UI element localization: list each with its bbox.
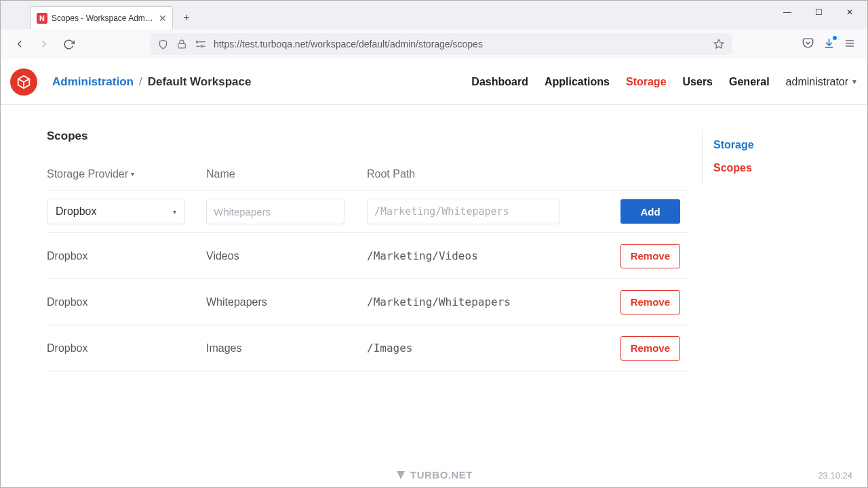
close-window-button[interactable]: ✕ bbox=[835, 2, 865, 22]
provider-select-value: Dropbox bbox=[56, 205, 96, 218]
url-box[interactable]: https://test.turboqa.net/workspace/defau… bbox=[150, 33, 732, 55]
input-row: Dropbox ▾ Add bbox=[47, 190, 688, 233]
cell-name: Images bbox=[206, 342, 367, 354]
main-column: Scopes Storage Provider ▾ Name Root Path… bbox=[47, 129, 688, 487]
col-name: Name bbox=[206, 168, 367, 180]
nav-tabs: Dashboard Applications Storage Users Gen… bbox=[471, 76, 858, 88]
cell-path: /Marketing/Whitepapers bbox=[367, 296, 600, 308]
remove-button[interactable]: Remove bbox=[620, 336, 680, 361]
chevron-down-icon: ▾ bbox=[173, 208, 176, 216]
cell-path: /Images bbox=[367, 342, 600, 354]
brand-mark-icon bbox=[395, 470, 406, 481]
close-icon[interactable]: ✕ bbox=[159, 13, 167, 24]
svg-point-1 bbox=[196, 41, 198, 43]
add-button[interactable]: Add bbox=[620, 199, 680, 224]
tab-title: Scopes - Workspace Administra bbox=[52, 14, 155, 23]
cell-provider: Dropbox bbox=[47, 250, 206, 262]
tab-bar: N Scopes - Workspace Administra ✕ + — ☐ … bbox=[1, 1, 867, 29]
brand-logo[interactable] bbox=[10, 68, 37, 96]
download-icon[interactable] bbox=[823, 37, 835, 51]
nav-applications[interactable]: Applications bbox=[545, 76, 610, 88]
remove-button[interactable]: Remove bbox=[620, 244, 680, 268]
back-button[interactable] bbox=[9, 33, 31, 55]
breadcrumb-current: Default Workspace bbox=[148, 75, 252, 89]
table-header: Storage Provider ▾ Name Root Path bbox=[47, 158, 688, 190]
table-row: Dropbox Images /Images Remove bbox=[47, 325, 688, 371]
cell-name: Whitepapers bbox=[206, 296, 367, 308]
nav-users[interactable]: Users bbox=[683, 76, 713, 88]
col-provider-label: Storage Provider bbox=[47, 168, 128, 180]
maximize-button[interactable]: ☐ bbox=[804, 2, 833, 22]
permissions-icon bbox=[195, 40, 207, 48]
footer-brand-text: TURBO.NET bbox=[410, 469, 473, 481]
table-row: Dropbox Videos /Marketing/Videos Remove bbox=[47, 233, 688, 279]
lock-icon bbox=[176, 39, 188, 49]
url-text: https://test.turboqa.net/workspace/defau… bbox=[214, 39, 706, 49]
breadcrumb: Administration / Default Workspace bbox=[52, 75, 251, 89]
nav-storage[interactable]: Storage bbox=[626, 76, 667, 88]
content: Scopes Storage Provider ▾ Name Root Path… bbox=[1, 105, 867, 487]
caret-down-icon: ▼ bbox=[851, 78, 858, 85]
breadcrumb-separator: / bbox=[139, 75, 142, 89]
bookmark-icon[interactable] bbox=[713, 39, 725, 49]
sort-caret-icon: ▾ bbox=[131, 170, 134, 178]
provider-select[interactable]: Dropbox ▾ bbox=[47, 199, 185, 224]
user-menu[interactable]: administrator ▼ bbox=[786, 76, 858, 88]
sidenav-scopes[interactable]: Scopes bbox=[711, 157, 757, 180]
cell-name: Videos bbox=[206, 250, 367, 262]
browser-tab[interactable]: N Scopes - Workspace Administra ✕ bbox=[31, 6, 173, 29]
sidenav-storage[interactable]: Storage bbox=[711, 134, 757, 157]
col-provider[interactable]: Storage Provider ▾ bbox=[47, 168, 206, 180]
new-tab-button[interactable]: + bbox=[177, 8, 196, 27]
breadcrumb-admin[interactable]: Administration bbox=[52, 75, 134, 89]
cell-provider: Dropbox bbox=[47, 296, 206, 308]
pocket-icon[interactable] bbox=[802, 37, 814, 51]
user-name: administrator bbox=[786, 76, 848, 88]
version-label: 23.10.24 bbox=[818, 470, 852, 481]
scopes-table: Storage Provider ▾ Name Root Path Dropbo… bbox=[47, 158, 688, 371]
reload-button[interactable] bbox=[58, 33, 79, 55]
root-path-input[interactable] bbox=[367, 199, 559, 224]
cell-provider: Dropbox bbox=[47, 342, 206, 354]
footer-brand: TURBO.NET bbox=[1, 469, 867, 481]
browser-chrome: N Scopes - Workspace Administra ✕ + — ☐ … bbox=[1, 1, 867, 59]
svg-point-3 bbox=[201, 45, 203, 47]
svg-rect-0 bbox=[178, 43, 186, 47]
table-row: Dropbox Whitepapers /Marketing/Whitepape… bbox=[47, 279, 688, 325]
minimize-button[interactable]: — bbox=[772, 2, 802, 22]
cell-path: /Marketing/Videos bbox=[367, 249, 600, 262]
col-root-path: Root Path bbox=[367, 168, 600, 180]
name-input[interactable] bbox=[206, 199, 344, 224]
menu-icon[interactable] bbox=[844, 38, 855, 51]
address-bar: https://test.turboqa.net/workspace/defau… bbox=[1, 29, 867, 59]
section-title: Scopes bbox=[47, 129, 688, 143]
favicon: N bbox=[37, 13, 47, 24]
nav-general[interactable]: General bbox=[729, 76, 770, 88]
side-nav: Storage Scopes bbox=[702, 129, 757, 184]
site-header: Administration / Default Workspace Dashb… bbox=[1, 59, 867, 105]
shield-icon bbox=[157, 39, 169, 49]
svg-marker-6 bbox=[714, 39, 723, 48]
forward-button[interactable] bbox=[33, 33, 55, 55]
remove-button[interactable]: Remove bbox=[620, 290, 680, 314]
nav-dashboard[interactable]: Dashboard bbox=[471, 76, 528, 88]
